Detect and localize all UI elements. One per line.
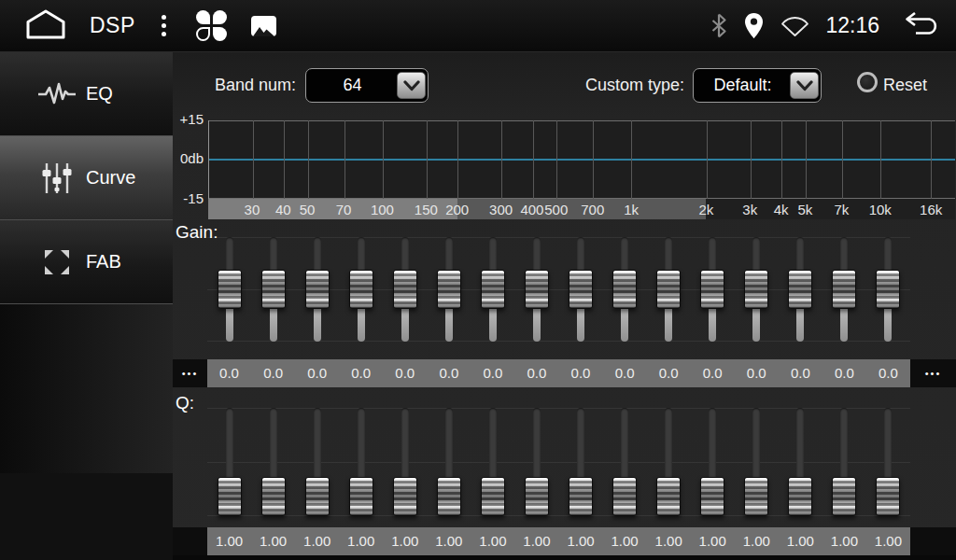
gain-slider-knob[interactable] (437, 270, 461, 309)
sidebar-item-fab[interactable]: FAB (0, 220, 173, 304)
gain-slider-knob[interactable] (481, 270, 505, 309)
gain-slider-2[interactable] (261, 233, 286, 345)
gain-slider-knob[interactable] (612, 270, 637, 309)
band-num-label: Band num: (215, 76, 296, 95)
q-slider-8[interactable] (525, 404, 549, 520)
back-return-icon (898, 11, 941, 40)
chevron-down-icon[interactable] (790, 72, 819, 99)
q-slider-knob[interactable] (876, 477, 900, 516)
q-slider-6[interactable] (437, 404, 461, 520)
gallery-icon (251, 16, 276, 36)
gain-slider-knob[interactable] (393, 270, 417, 309)
q-slider-knob[interactable] (788, 477, 812, 516)
q-slider-16[interactable] (876, 404, 900, 520)
q-slider-knob[interactable] (218, 477, 242, 516)
q-slider-9[interactable] (569, 404, 593, 520)
q-slider-knob[interactable] (569, 477, 593, 516)
bluetooth-icon (710, 13, 727, 38)
q-slider-knob[interactable] (305, 477, 330, 516)
q-slider-7[interactable] (481, 404, 505, 520)
gain-slider-knob[interactable] (788, 270, 812, 309)
q-value-8: 1.00 (514, 527, 558, 555)
custom-type-select[interactable]: Default: (693, 68, 822, 103)
x-tick-label: 30 (245, 199, 260, 219)
gain-slider-7[interactable] (481, 233, 505, 345)
chevron-down-icon[interactable] (397, 72, 426, 99)
plot-gridline (253, 120, 254, 199)
q-slider-knob[interactable] (656, 477, 681, 516)
q-slider-12[interactable] (700, 404, 724, 520)
gallery-button[interactable] (251, 16, 276, 36)
gain-slider-knob[interactable] (700, 270, 724, 309)
q-slider-15[interactable] (832, 404, 856, 520)
q-slider-knob[interactable] (349, 477, 373, 516)
gain-slider-knob[interactable] (349, 270, 373, 309)
gain-slider-11[interactable] (656, 233, 681, 345)
apps-button[interactable] (196, 10, 227, 41)
gain-value-15: 0.0 (822, 359, 866, 387)
gain-slider-10[interactable] (612, 233, 637, 345)
gain-slider-knob[interactable] (832, 270, 856, 309)
q-slider-13[interactable] (744, 404, 768, 520)
gain-slider-3[interactable] (305, 233, 330, 345)
gain-slider-5[interactable] (393, 233, 417, 345)
gain-slider-12[interactable] (700, 233, 724, 345)
q-slider-knob[interactable] (393, 477, 417, 516)
q-slider-knob[interactable] (261, 477, 286, 516)
gain-values-strip: 0.00.00.00.00.00.00.00.00.00.00.00.00.00… (207, 359, 910, 387)
overflow-menu-button[interactable] (162, 15, 166, 36)
gain-slider-14[interactable] (788, 233, 812, 345)
gain-slider-knob[interactable] (218, 270, 242, 309)
sidebar-item-curve[interactable]: Curve (0, 136, 173, 220)
gain-slider-knob[interactable] (261, 270, 286, 309)
q-slider-knob[interactable] (744, 477, 768, 516)
q-slider-knob[interactable] (525, 477, 549, 516)
q-slider-5[interactable] (393, 404, 417, 520)
band-num-select[interactable]: 64 (305, 68, 429, 103)
sidebar-item-eq[interactable]: EQ (0, 52, 173, 136)
q-slider-knob[interactable] (832, 477, 856, 516)
q-slider-knob[interactable] (700, 477, 724, 516)
gain-slider-knob[interactable] (569, 270, 593, 309)
gain-slider-knob[interactable] (744, 270, 768, 309)
q-value-7: 1.00 (471, 527, 514, 555)
q-value-10: 1.00 (603, 527, 647, 555)
gain-value-3: 0.0 (295, 359, 339, 387)
gain-slider-8[interactable] (525, 233, 549, 345)
gain-slider-4[interactable] (349, 233, 373, 345)
band-num-value: 64 (308, 76, 397, 95)
q-slider-4[interactable] (349, 404, 373, 520)
gain-scroll-left-button[interactable]: ••• (173, 359, 207, 387)
q-slider-knob[interactable] (437, 477, 461, 516)
gain-slider-knob[interactable] (656, 270, 681, 309)
gain-scroll-right-button[interactable]: ••• (910, 359, 956, 387)
reset-radio[interactable] (857, 72, 878, 92)
q-slider-14[interactable] (788, 404, 812, 520)
gain-slider-knob[interactable] (876, 270, 900, 309)
x-tick-label: 10k (869, 199, 892, 219)
gain-slider-13[interactable] (744, 233, 768, 345)
q-slider-knob[interactable] (481, 477, 505, 516)
q-slider-11[interactable] (656, 404, 681, 520)
q-slider-1[interactable] (218, 404, 242, 520)
sidebar: EQ Curve FAB (0, 52, 173, 560)
x-tick-label: 700 (581, 199, 604, 219)
gain-slider-6[interactable] (437, 233, 461, 345)
home-button[interactable] (24, 8, 67, 43)
back-button[interactable] (898, 11, 941, 40)
q-slider-2[interactable] (261, 404, 286, 520)
custom-type-value: Default: (696, 76, 790, 95)
q-slider-3[interactable] (305, 404, 330, 520)
sidebar-filler (0, 304, 173, 473)
plot-gridline (383, 120, 384, 199)
plot-gridline (427, 120, 428, 199)
gain-slider-9[interactable] (569, 233, 593, 345)
gain-slider-15[interactable] (832, 233, 856, 345)
gain-slider-knob[interactable] (305, 270, 330, 309)
gain-value-12: 0.0 (691, 359, 735, 387)
q-slider-10[interactable] (612, 404, 637, 520)
gain-slider-16[interactable] (876, 233, 900, 345)
gain-slider-1[interactable] (218, 233, 242, 345)
gain-slider-knob[interactable] (525, 270, 549, 309)
q-slider-knob[interactable] (612, 477, 637, 516)
